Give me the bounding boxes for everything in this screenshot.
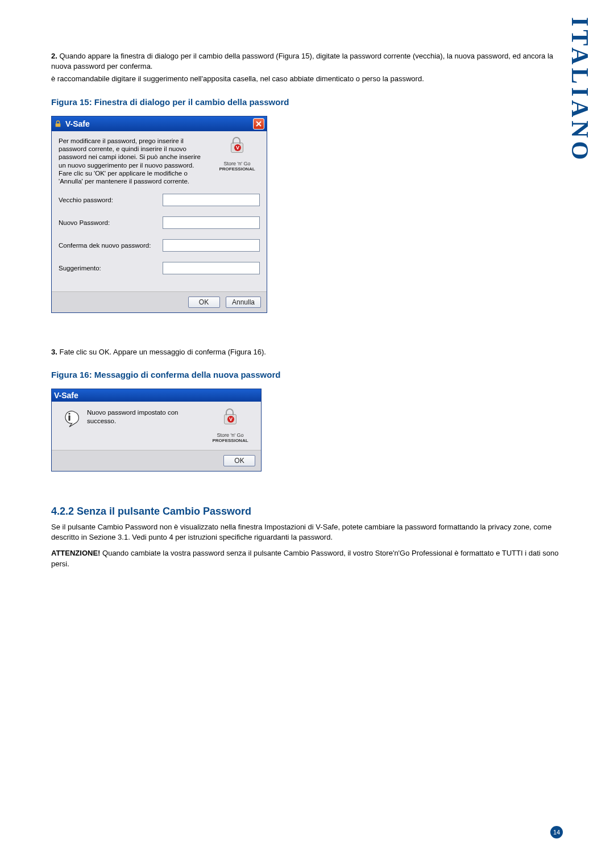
confirm-title: V-Safe xyxy=(54,391,78,400)
language-side-label: ITALIANO xyxy=(566,17,594,163)
svg-rect-0 xyxy=(56,123,61,127)
confirm-password-label: Conferma dek nuovo password: xyxy=(59,242,163,249)
step-2-num: 2. xyxy=(51,52,57,60)
lock-logo-icon: V xyxy=(230,143,244,160)
hint-line: è raccomandabile digitare il suggeriment… xyxy=(51,74,563,84)
close-icon xyxy=(255,120,262,127)
step-3-text: Fate clic su OK. Appare un messaggio di … xyxy=(59,348,265,356)
warn-label: ATTENZIONE! xyxy=(51,549,100,557)
password-dialog: V-Safe Per modificare il password, prego… xyxy=(51,116,267,313)
page-number: 14 xyxy=(550,826,563,838)
lock-icon xyxy=(54,120,62,128)
brand-logo: V Store 'n' Go PROFESSIONAL xyxy=(214,137,260,172)
hint-label: Suggerimento: xyxy=(59,265,163,272)
confirm-password-input[interactable] xyxy=(163,239,260,252)
close-button[interactable] xyxy=(253,118,264,130)
hint-input[interactable] xyxy=(163,262,260,274)
step-2-text: Quando appare la finestra di dialogo per… xyxy=(51,52,553,70)
section-heading: 4.2.2 Senza il pulsante Cambio Password xyxy=(51,506,563,518)
old-password-label: Vecchio password: xyxy=(59,197,163,203)
fig15-caption: Figura 15: Finestra di dialogo per il ca… xyxy=(51,97,563,107)
section-p1: Se il pulsante Cambio Password non è vis… xyxy=(51,522,563,542)
lock-logo-icon-2: V xyxy=(223,414,238,431)
new-password-label: Nuovo Password: xyxy=(59,219,163,226)
step-3-num: 3. xyxy=(51,348,57,356)
dialog-instructions: Per modificare il password, prego inseri… xyxy=(59,137,206,186)
confirm-message: Nuovo password impostato con successo. xyxy=(87,408,200,425)
confirm-button-bar: OK xyxy=(52,450,261,471)
brand-line2-2: PROFESSIONAL xyxy=(208,438,253,443)
cancel-button[interactable]: Annulla xyxy=(226,297,261,308)
old-password-input[interactable] xyxy=(163,194,260,206)
info-icon xyxy=(60,408,79,428)
svg-rect-2 xyxy=(68,415,70,420)
confirm-dialog: V-Safe Nuovo password impostato con succ… xyxy=(51,389,262,471)
brand-logo-2: V Store 'n' Go PROFESSIONAL xyxy=(208,408,253,443)
ok-button[interactable]: OK xyxy=(188,297,220,308)
confirm-ok-button[interactable]: OK xyxy=(223,455,255,466)
new-password-input[interactable] xyxy=(163,216,260,229)
brand-line2: PROFESSIONAL xyxy=(214,166,260,172)
step-3: 3. Fate clic su OK. Appare un messaggio … xyxy=(51,347,563,357)
button-bar: OK Annulla xyxy=(52,291,267,312)
dialog-title: V-Safe xyxy=(65,119,90,128)
brand-line1: Store 'n' Go xyxy=(214,161,260,166)
section-warn: ATTENZIONE! Quando cambiate la vostra pa… xyxy=(51,548,563,569)
svg-point-1 xyxy=(68,413,70,415)
confirm-titlebar: V-Safe xyxy=(52,389,261,402)
warn-text: Quando cambiate la vostra password senza… xyxy=(51,549,558,567)
fig16-caption: Figura 16: Messaggio di conferma della n… xyxy=(51,370,563,379)
brand-line1-2: Store 'n' Go xyxy=(208,432,253,438)
step-2: 2. Quando appare la finestra di dialogo … xyxy=(51,51,563,72)
dialog-titlebar: V-Safe xyxy=(52,116,267,131)
